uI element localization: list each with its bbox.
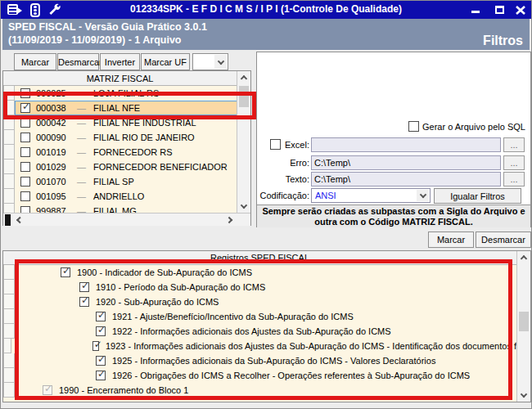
titlebar: 012334SPK - E F D I C M S / I P I (1-Con… <box>1 1 531 19</box>
uf-select[interactable] <box>192 53 228 70</box>
tree-checkbox[interactable] <box>79 282 89 292</box>
row-header-cell <box>3 145 15 160</box>
company-code: 001095 <box>36 191 77 201</box>
tree-item-label: 1922 - Informações adicionais dos Ajuste… <box>112 326 391 336</box>
tree-checkbox[interactable] <box>43 385 52 395</box>
tree-checkbox[interactable] <box>61 267 70 277</box>
list-item[interactable]: 001029—FORNECEDOR BENEFICIADOR <box>3 160 237 174</box>
company-code: 999887 <box>36 206 77 213</box>
tree-item[interactable]: 1990 - Encerramento do Bloco 1 <box>3 383 516 398</box>
company-name: LOJA FILIAL RS <box>93 88 159 98</box>
list-item[interactable]: 000042—FILIAL NFE INDUSTRIAL <box>3 115 237 130</box>
wrench-icon[interactable] <box>48 3 61 16</box>
tree-item[interactable]: 1921 - Ajuste/Benefício/Incentivo da Sub… <box>3 309 516 324</box>
texto-label: Texto: <box>265 174 309 184</box>
scroll-down-icon[interactable] <box>517 389 530 402</box>
records-desmarcar-button[interactable]: Desmarcar <box>476 231 531 248</box>
tree-checkbox[interactable] <box>96 356 106 366</box>
list-item[interactable]: 001095—ANDRIELLO <box>3 189 237 204</box>
chevron-down-icon[interactable] <box>417 190 429 201</box>
chevron-down-icon[interactable] <box>214 55 227 69</box>
list-item[interactable]: 000090—FILIAL RIO DE JANEIRO <box>3 130 237 145</box>
row-header-cell <box>3 339 11 353</box>
scroll-up-icon[interactable] <box>517 251 530 264</box>
company-checkbox[interactable] <box>20 147 30 157</box>
maximize-button[interactable] <box>493 4 506 16</box>
row-header-cell <box>3 353 15 368</box>
tree-item[interactable]: 1922 - Informações adicionais dos Ajuste… <box>3 324 516 339</box>
igualar-filtros-button[interactable]: Igualar Filtros <box>434 188 521 204</box>
tree-item[interactable]: 1923 - Informações adicionais dos Ajuste… <box>3 339 516 353</box>
list-item[interactable]: 999887—FILIAL MG <box>3 204 237 213</box>
company-checkbox[interactable] <box>20 177 30 187</box>
company-list-vscrollbar[interactable] <box>237 71 250 213</box>
tree-checkbox[interactable] <box>96 326 106 336</box>
vscroll-thumb[interactable] <box>239 86 249 107</box>
records-tree-rows: 1900 - Indicador de Sub-Apuração do ICMS… <box>3 265 516 402</box>
company-code: 001029 <box>36 162 77 172</box>
hscroll-corner <box>5 214 11 226</box>
list-item[interactable]: 000025—LOJA FILIAL RS <box>3 86 237 101</box>
dash-separator: — <box>77 88 93 98</box>
records-panel: Registros SPED FISCAL 1900 - Indicador d… <box>2 250 531 402</box>
records-marcar-button[interactable]: Marcar <box>428 231 474 248</box>
sql-checkbox[interactable] <box>408 121 419 132</box>
tree-item-label: 1990 - Encerramento do Bloco 1 <box>59 385 188 395</box>
company-name: FORNECEDOR BENEFICIADOR <box>93 162 228 172</box>
company-checkbox[interactable] <box>20 88 30 98</box>
minimize-button[interactable] <box>469 4 482 16</box>
tree-item-label: 1921 - Ajuste/Benefício/Incentivo da Sub… <box>112 312 354 321</box>
company-checkbox[interactable] <box>20 118 30 128</box>
company-name: FILIAL MG <box>93 206 137 213</box>
erro-path-field[interactable]: C:\Temp\ <box>311 155 501 170</box>
company-checkbox[interactable] <box>20 103 30 113</box>
company-code: 000038 <box>36 103 77 113</box>
codificacao-select[interactable]: ANSI <box>311 188 431 203</box>
marcar-uf-button[interactable]: Marcar UF <box>141 53 190 70</box>
company-checkbox[interactable] <box>20 206 30 213</box>
company-checkbox[interactable] <box>20 191 30 201</box>
traffic-light-icon[interactable] <box>30 3 40 17</box>
row-header-cell <box>3 368 15 383</box>
dash-separator: — <box>77 118 93 128</box>
form-icon[interactable] <box>7 3 22 16</box>
row-header-cell <box>3 101 15 115</box>
records-header: Registros SPED FISCAL <box>3 251 516 265</box>
scroll-down-icon[interactable] <box>237 200 250 213</box>
scroll-up-icon[interactable] <box>237 71 250 84</box>
company-list-header: MATRIZ FISCAL <box>3 71 237 86</box>
row-header-cell <box>3 280 15 294</box>
app-window: 012334SPK - E F D I C M S / I P I (1-Con… <box>0 0 532 409</box>
tree-item[interactable]: 1926 - Obrigações do ICMS a Recolher - O… <box>3 368 516 383</box>
company-list-hscrollbar[interactable] <box>3 213 250 226</box>
scroll-left-icon[interactable] <box>12 213 25 227</box>
tree-checkbox[interactable] <box>79 297 89 307</box>
dash-separator: — <box>77 177 93 187</box>
marcar-button[interactable]: Marcar <box>14 53 56 70</box>
desmarcar-button[interactable]: Desmarcar <box>57 53 99 70</box>
list-item[interactable]: 001070—FILIAL SP <box>3 174 237 189</box>
list-item[interactable]: 001019—FORNECEDOR RS <box>3 145 237 160</box>
tree-checkbox[interactable] <box>96 312 106 321</box>
vscroll-thumb[interactable] <box>519 312 529 331</box>
company-checkbox[interactable] <box>20 162 30 172</box>
records-vscrollbar[interactable] <box>516 251 530 402</box>
tree-item-label: 1920 - Sub-Apuração do ICMS <box>96 297 219 307</box>
tree-item[interactable]: 1920 - Sub-Apuração do ICMS <box>3 294 516 309</box>
tree-checkbox[interactable] <box>96 371 106 380</box>
tree-item[interactable]: 1925 - Informações adicionais da Sub-Apu… <box>3 353 516 368</box>
tree-item[interactable]: 1910 - Período da Sub-Apuração do ICMS <box>3 280 516 294</box>
company-checkbox[interactable] <box>20 133 30 142</box>
dash-separator: — <box>77 133 93 142</box>
list-item[interactable]: 000038—FILIAL NFE <box>3 101 237 115</box>
tree-checkbox[interactable] <box>92 341 99 351</box>
excel-path-field[interactable] <box>311 137 501 152</box>
close-button[interactable] <box>514 4 527 16</box>
inverter-button[interactable]: Inverter <box>100 53 140 70</box>
scroll-right-icon[interactable] <box>223 213 237 227</box>
tree-item[interactable]: 1900 - Indicador de Sub-Apuração do ICMS <box>3 265 516 280</box>
texto-browse-button[interactable]: ... <box>503 172 525 187</box>
erro-browse-button[interactable]: ... <box>503 155 525 170</box>
texto-path-field[interactable]: C:\Temp\ <box>311 172 501 187</box>
excel-browse-button[interactable]: ... <box>503 137 525 152</box>
